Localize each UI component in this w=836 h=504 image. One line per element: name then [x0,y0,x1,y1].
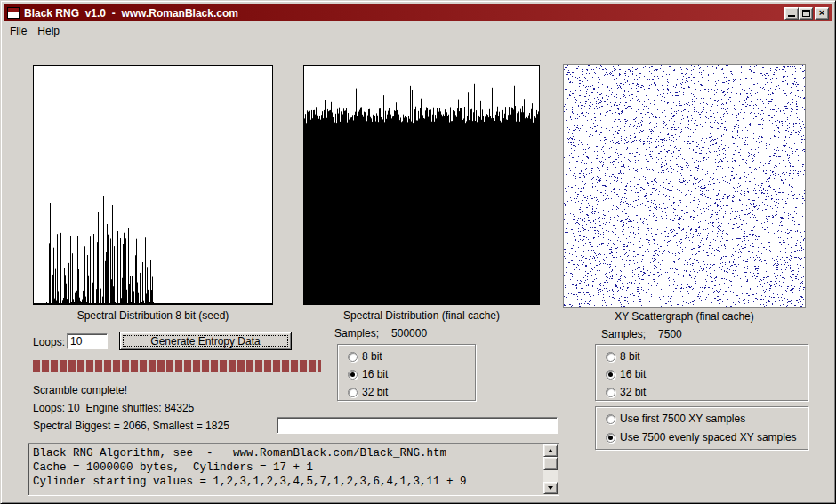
loops-input[interactable] [67,333,108,349]
radio-right-8bit-circle [606,352,615,362]
log-line: Cylinder starting values = 1,2,3,1,2,3,4… [33,475,541,489]
bit-depth-group-middle: 8 bit 16 bit 32 bit [337,344,476,401]
log-scrollbar[interactable] [543,444,558,494]
radio-mid-32bit-circle [348,388,358,397]
xy-samples-group: Use first 7500 XY samples Use 7500 evenl… [595,406,808,450]
loops-label: Loops: [33,336,65,348]
bit-depth-group-right: 8 bit 16 bit 32 bit [595,344,808,401]
radio-right-16bit-label: 16 bit [620,368,646,380]
close-button[interactable]: × [815,7,829,20]
menu-help[interactable]: Help [33,23,66,39]
seed-spectral-caption: Spectral Distribution 8 bit (seed) [33,309,273,322]
close-icon: × [819,8,824,18]
radio-mid-16bit[interactable]: 16 bit [348,368,388,380]
scroll-thumb[interactable] [543,457,558,470]
radio-mid-8bit-label: 8 bit [362,350,382,363]
scatter-samples-value: 7500 [658,328,682,340]
radio-right-8bit[interactable]: 8 bit [606,350,640,363]
menu-bar: File Help [5,23,66,39]
final-samples-value: 500000 [391,327,427,340]
scatter-samples-label: Samples; [601,328,646,340]
radio-right-16bit[interactable]: 16 bit [606,368,646,380]
radio-right-16bit-circle [606,370,615,380]
maximize-icon [802,10,810,17]
menu-file[interactable]: File [5,23,33,39]
radio-mid-32bit[interactable]: 32 bit [348,386,388,398]
app-icon [7,7,20,19]
final-spectral-canvas [304,66,539,304]
titlebar-buttons: × [784,7,829,20]
final-samples-line: Samples; 500000 [334,327,427,340]
radio-mid-8bit[interactable]: 8 bit [348,350,382,363]
arrow-up-icon [548,449,553,452]
radio-right-32bit[interactable]: 32 bit [606,386,646,398]
radio-right-32bit-label: 32 bit [620,386,646,398]
scattergraph-panel [563,64,806,308]
status-loops-shuffles: Loops: 10 Engine shuffles: 84325 [33,402,194,414]
radio-evenly-spaced[interactable]: Use 7500 evenly spaced XY samples [606,431,797,444]
log-line: Cache = 1000000 bytes, Cylinders = 17 + … [33,460,541,475]
algorithm-log-lines: Black RNG Algorithm, see - www.RomanBlac… [33,446,541,489]
output-field[interactable] [277,417,558,434]
scroll-down-button[interactable] [543,482,558,494]
radio-first-samples-label: Use first 7500 XY samples [620,412,745,425]
final-samples-label: Samples; [334,327,379,340]
radio-right-32bit-circle [606,388,615,397]
radio-mid-8bit-circle [348,352,358,362]
minimize-icon [788,15,795,17]
final-spectral-panel [303,65,540,305]
title-bar: Black RNG v1.0 - www.RomanBlack.com × [4,4,832,21]
minimize-button[interactable] [784,7,799,20]
scattergraph-caption: XY Scattergraph (final cache) [563,310,806,323]
arrow-down-icon [548,486,553,490]
radio-mid-16bit-label: 16 bit [362,368,388,380]
scatter-samples-line: Samples; 7500 [601,328,682,340]
radio-right-8bit-label: 8 bit [620,350,640,363]
status-spectral-range: Spectral Biggest = 2066, Smallest = 1825 [33,420,229,432]
generate-entropy-button[interactable]: Generate Entropy Data [119,332,292,350]
radio-first-samples[interactable]: Use first 7500 XY samples [606,412,745,425]
radio-evenly-spaced-label: Use 7500 evenly spaced XY samples [620,431,797,444]
app-window: Black RNG v1.0 - www.RomanBlack.com × Fi… [0,0,836,504]
seed-spectral-panel [33,65,273,305]
status-scramble: Scramble complete! [33,384,127,396]
log-line: Black RNG Algorithm, see - www.RomanBlac… [33,446,541,460]
scatter-canvas [564,65,805,307]
seed-spectral-canvas [34,66,272,304]
radio-first-samples-circle [606,414,615,424]
window-title: Black RNG v1.0 - www.RomanBlack.com [24,7,784,20]
radio-evenly-spaced-circle [606,433,615,443]
scroll-up-button[interactable] [543,444,558,457]
final-spectral-caption: Spectral Distribution (final cache) [303,309,540,322]
algorithm-log-box[interactable]: Black RNG Algorithm, see - www.RomanBlac… [28,443,559,496]
radio-mid-32bit-label: 32 bit [362,386,388,398]
entropy-progress-bar [33,360,321,372]
radio-mid-16bit-circle [348,370,358,380]
maximize-button[interactable] [799,7,813,20]
